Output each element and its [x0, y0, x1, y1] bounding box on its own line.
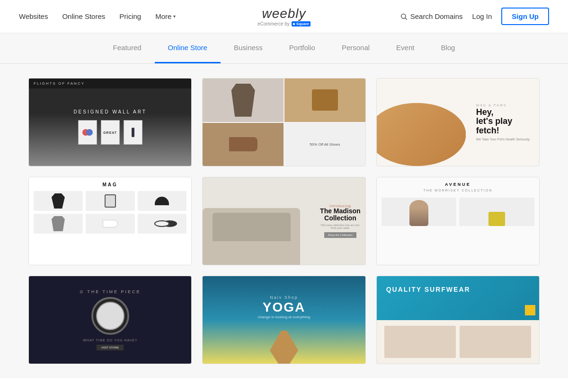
mag-product-watch [86, 191, 135, 211]
timepiece-title: ⊙ THE TIME PIECE [80, 289, 141, 294]
avenue-products [382, 198, 534, 226]
search-icon [400, 13, 408, 20]
template-card-avenue[interactable]: AVENUE THE MORRISEY COLLECTION [376, 177, 540, 265]
yoga-title: YOGA [258, 299, 310, 314]
xander-bag [284, 78, 365, 122]
template-preview-timepiece: ⊙ THE TIME PIECE WHAT TIME DO YOU HAVE? … [29, 276, 191, 364]
flights-fancy-titlebar: FLIGHTS OF FANCY [29, 78, 191, 88]
timepiece-cta[interactable]: VISIT STORE [97, 345, 124, 350]
template-preview-surf: QUALITY SURFWEAR [377, 276, 539, 364]
mag-product-shirt [34, 191, 83, 211]
main-nav: Websites Online Stores Pricing More ▾ [19, 12, 176, 20]
template-card-wag-paws[interactable]: WAG & PAWS Hey,let's playfetch! We Take … [376, 78, 540, 166]
yoga-person [270, 331, 298, 364]
mag-products [34, 191, 186, 234]
logo-sub: eCommerce by ■ Square [257, 21, 311, 26]
avenue-woman [382, 198, 457, 226]
surf-product-2 [460, 326, 531, 358]
yoga-text: Naiv Shop YOGA change in looking at ever… [258, 295, 310, 319]
svg-line-1 [405, 18, 407, 20]
nav-more[interactable]: More ▾ [155, 12, 176, 20]
nav-online-stores[interactable]: Online Stores [62, 12, 105, 20]
watch-face [96, 302, 124, 330]
flights-fancy-frames: GREAT [78, 120, 142, 145]
template-grid: FLIGHTS OF FANCY DESIGNED WALL ART GREAT [28, 78, 540, 364]
template-card-surf[interactable]: QUALITY SURFWEAR [376, 276, 540, 364]
frame-2: GREAT [101, 120, 120, 145]
avenue-title: AVENUE [445, 182, 471, 187]
flights-fancy-subtitle: DESIGNED WALL ART [73, 109, 147, 114]
template-preview-wag-paws: WAG & PAWS Hey,let's playfetch! We Take … [377, 78, 539, 166]
mag-title: MAG [102, 182, 117, 187]
template-preview-mag: MAG [29, 177, 191, 265]
template-card-mag[interactable]: MAG [28, 177, 192, 265]
wag-subtitle: We Take Your Pet's Health Seriously [476, 138, 530, 141]
template-card-flights-fancy[interactable]: FLIGHTS OF FANCY DESIGNED WALL ART GREAT [28, 78, 192, 166]
template-card-xander[interactable]: 50% Off All Shoes [202, 78, 365, 166]
category-tabs: Featured Online Store Business Portfolio… [0, 33, 568, 64]
mag-product-shoe [86, 214, 135, 234]
template-grid-section: FLIGHTS OF FANCY DESIGNED WALL ART GREAT [0, 64, 568, 378]
template-preview-flights-fancy: FLIGHTS OF FANCY DESIGNED WALL ART GREAT [29, 78, 191, 166]
template-card-timepiece[interactable]: ⊙ THE TIME PIECE WHAT TIME DO YOU HAVE? … [28, 276, 192, 364]
template-preview-xander: 50% Off All Shoes [203, 78, 365, 166]
xander-shoes [203, 123, 284, 166]
nav-pricing[interactable]: Pricing [119, 12, 141, 20]
madison-sofa [203, 208, 300, 265]
template-card-madison[interactable]: Introducing The MadisonCollection This n… [202, 177, 365, 265]
avenue-bag [459, 198, 534, 226]
timepiece-sub: WHAT TIME DO YOU HAVE? [83, 339, 137, 342]
tab-personal[interactable]: Personal [328, 33, 383, 63]
surf-text: QUALITY SURFWEAR [386, 286, 470, 293]
svg-point-0 [401, 14, 405, 18]
surf-title: QUALITY SURFWEAR [386, 286, 470, 293]
search-domains-button[interactable]: Search Domains [400, 12, 463, 20]
wag-text: WAG & PAWS Hey,let's playfetch! We Take … [476, 104, 530, 141]
tab-online-store[interactable]: Online Store [155, 33, 221, 63]
logo-brand: weebly [257, 6, 311, 21]
frame-3 [124, 120, 142, 145]
signup-button[interactable]: Sign Up [501, 8, 549, 25]
madison-title: The MadisonCollection [320, 208, 361, 222]
xander-jacket [203, 78, 284, 122]
login-button[interactable]: Log In [472, 12, 492, 20]
square-badge: ■ Square [292, 21, 311, 26]
tab-blog[interactable]: Blog [427, 33, 468, 63]
yoga-sub: change in looking at everything [258, 314, 310, 319]
tab-portfolio[interactable]: Portfolio [276, 33, 328, 63]
mag-product-jacket [34, 214, 83, 234]
timepiece-watch [91, 297, 129, 335]
wag-dog-image [377, 96, 466, 166]
logo[interactable]: weebly eCommerce by ■ Square [257, 6, 311, 26]
surf-products [377, 320, 539, 364]
mag-product-hat [138, 191, 187, 211]
tab-business[interactable]: Business [221, 33, 276, 63]
madison-sub: This new collection has an iron.Find you… [320, 224, 361, 229]
madison-text: Introducing The MadisonCollection This n… [320, 204, 361, 238]
template-preview-madison: Introducing The MadisonCollection This n… [203, 177, 365, 265]
surf-product-1 [384, 326, 456, 358]
chevron-down-icon: ▾ [173, 14, 176, 19]
frame-1 [78, 120, 97, 145]
xander-promo: 50% Off All Shoes [284, 123, 365, 166]
tab-event[interactable]: Event [383, 33, 427, 63]
template-preview-yoga: Naiv Shop YOGA change in looking at ever… [203, 276, 365, 364]
sunflower-accent [525, 305, 535, 315]
avenue-collection: THE MORRISEY COLLECTION [423, 189, 492, 192]
template-card-yoga[interactable]: Naiv Shop YOGA change in looking at ever… [202, 276, 365, 364]
mag-product-glasses [138, 214, 187, 234]
nav-websites[interactable]: Websites [19, 12, 48, 20]
tab-featured[interactable]: Featured [100, 33, 155, 63]
template-preview-avenue: AVENUE THE MORRISEY COLLECTION [377, 177, 539, 265]
tabs-container: Featured Online Store Business Portfolio… [0, 33, 568, 63]
header-actions: Search Domains Log In Sign Up [400, 8, 549, 25]
header: Websites Online Stores Pricing More ▾ we… [0, 0, 568, 33]
madison-cta[interactable]: Shop the Collection [324, 232, 356, 238]
